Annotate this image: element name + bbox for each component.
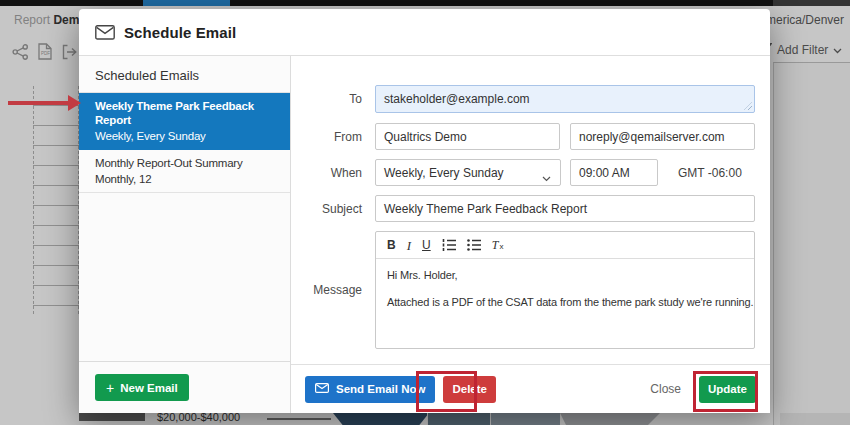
from-address-value: noreply@qemailserver.com <box>579 130 725 144</box>
subject-row: Subject Weekly Theme Park Feedback Repor… <box>291 195 755 222</box>
to-value: stakeholder@example.com <box>384 92 530 106</box>
from-label: From <box>291 130 362 144</box>
delete-annotation-box <box>416 371 477 412</box>
clear-formatting-t: T <box>492 239 499 251</box>
resize-handle[interactable] <box>744 102 752 110</box>
bold-icon[interactable]: B <box>387 239 396 251</box>
ordered-list-icon[interactable] <box>442 239 456 251</box>
time-value: 09:00 AM <box>579 166 630 180</box>
message-editor: B I U Tx <box>375 231 755 349</box>
unordered-list-icon[interactable] <box>467 239 481 251</box>
to-input[interactable]: stakeholder@example.com <box>375 85 755 113</box>
clear-formatting-icon[interactable]: Tx <box>492 239 504 251</box>
frequency-select[interactable]: Weekly, Every Sunday <box>375 159 561 186</box>
send-label: Send Email Now <box>336 383 425 395</box>
message-row: Message B I U <box>291 231 755 349</box>
chevron-down-icon <box>542 171 551 185</box>
underline-icon[interactable]: U <box>422 239 431 251</box>
richtext-toolbar: B I U Tx <box>376 232 754 259</box>
scheduled-emails-sidebar: Scheduled Emails Weekly Theme Park Feedb… <box>79 56 291 413</box>
to-label: To <box>291 92 362 106</box>
email-name: Monthly Report-Out Summary <box>95 156 274 170</box>
schedule-email-modal: Schedule Email Scheduled Emails Weekly T… <box>79 9 770 413</box>
time-input[interactable]: 09:00 AM <box>570 159 658 186</box>
subject-input[interactable]: Weekly Theme Park Feedback Report <box>375 195 755 222</box>
italic-icon[interactable]: I <box>407 239 411 252</box>
to-row: To stakeholder@example.com <box>291 85 755 113</box>
when-label: When <box>291 166 362 180</box>
update-annotation-box <box>693 371 758 412</box>
email-schedule: Monthly, 12 <box>95 172 274 186</box>
new-email-label: New Email <box>120 382 178 394</box>
send-envelope-icon <box>315 383 329 395</box>
modal-header: Schedule Email <box>79 9 770 56</box>
message-body-input[interactable]: Hi Mrs. Holder, Attached is a PDF of the… <box>376 259 754 318</box>
subject-value: Weekly Theme Park Feedback Report <box>384 202 587 216</box>
modal-title: Schedule Email <box>124 24 236 41</box>
email-schedule: Weekly, Every Sunday <box>95 129 274 143</box>
from-row: From Qualtrics Demo noreply@qemailserver… <box>291 123 755 150</box>
gmt-offset-label: GMT -06:00 <box>678 166 742 180</box>
modal-body: Scheduled Emails Weekly Theme Park Feedb… <box>79 56 770 413</box>
app-screen: Report Demog PDF America/Denver <box>0 0 850 425</box>
plus-icon: + <box>106 381 114 395</box>
subject-label: Subject <box>291 202 362 216</box>
annotation-arrow-line <box>8 101 70 105</box>
email-name: Weekly Theme Park Feedback Report <box>95 99 274 127</box>
new-email-button[interactable]: + New Email <box>95 374 189 401</box>
message-line1: Hi Mrs. Holder, <box>387 268 743 282</box>
from-name-input[interactable]: Qualtrics Demo <box>375 123 560 150</box>
sidebar-title: Scheduled Emails <box>79 56 290 93</box>
sidebar-footer: + New Email <box>79 361 290 413</box>
frequency-value: Weekly, Every Sunday <box>384 166 504 180</box>
when-row: When Weekly, Every Sunday 09:00 AM GMT -… <box>291 159 742 186</box>
from-address-input[interactable]: noreply@qemailserver.com <box>570 123 755 150</box>
email-list-item-selected[interactable]: Weekly Theme Park Feedback Report Weekly… <box>79 93 290 150</box>
clear-formatting-x: x <box>499 243 503 251</box>
envelope-icon <box>95 25 115 40</box>
from-name-value: Qualtrics Demo <box>384 130 467 144</box>
email-list-item[interactable]: Monthly Report-Out Summary Monthly, 12 <box>79 150 290 193</box>
message-line2: Attached is a PDF of the CSAT data from … <box>387 295 743 309</box>
email-form: To stakeholder@example.com From Qualtric… <box>291 56 770 413</box>
annotation-arrow-head <box>68 95 81 111</box>
close-link[interactable]: Close <box>650 382 681 396</box>
message-label: Message <box>291 283 362 297</box>
